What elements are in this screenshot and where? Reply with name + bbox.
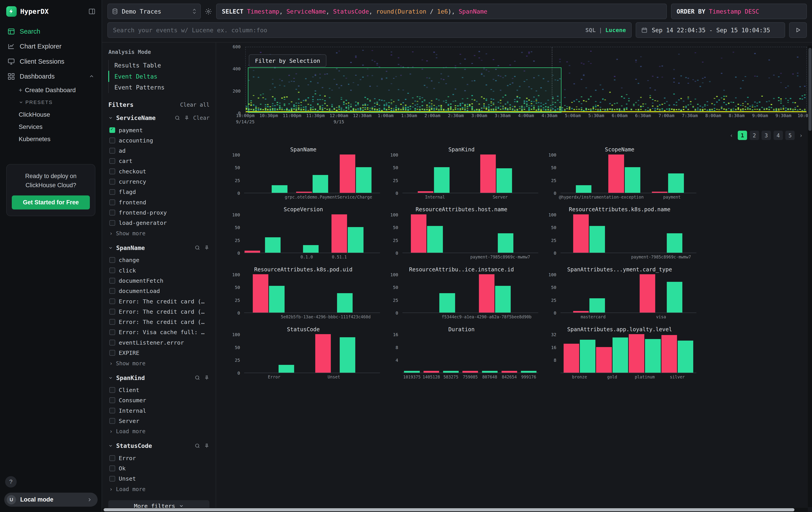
filter-option-frontend-proxy[interactable]: frontend-proxy xyxy=(108,208,209,218)
bar[interactable] xyxy=(348,227,363,253)
order-by-input[interactable]: ORDER BY Timestamp DESC xyxy=(671,4,807,19)
bar-chart-plot[interactable] xyxy=(244,334,380,373)
checkbox[interactable] xyxy=(109,199,115,205)
bar-chart-plot[interactable] xyxy=(560,215,696,253)
bar[interactable] xyxy=(589,298,605,313)
filter-option-accounting[interactable]: accounting xyxy=(108,135,209,145)
checkbox[interactable] xyxy=(109,288,115,294)
search-input[interactable] xyxy=(113,27,581,34)
filter-option-eventlistener-error[interactable]: eventListener.error xyxy=(108,338,209,348)
filter-option-checkout[interactable]: checkout xyxy=(108,166,209,177)
bar[interactable] xyxy=(613,338,628,373)
bar[interactable] xyxy=(312,175,328,193)
checkbox[interactable] xyxy=(109,268,115,273)
checkbox[interactable] xyxy=(109,127,115,133)
sql-query-input[interactable]: SELECT Timestamp, ServiceName, StatusCod… xyxy=(216,4,667,19)
help-button[interactable]: ? xyxy=(5,476,17,487)
checkbox[interactable] xyxy=(109,309,115,315)
filter-search-icon[interactable] xyxy=(175,115,180,121)
checkbox[interactable] xyxy=(109,210,115,215)
bar[interactable] xyxy=(427,226,443,253)
checkbox[interactable] xyxy=(109,138,115,143)
bar[interactable] xyxy=(253,274,268,313)
bar-chart-plot[interactable] xyxy=(402,215,538,253)
bar[interactable] xyxy=(482,371,497,372)
bar[interactable] xyxy=(424,371,439,372)
chevron-down-icon[interactable] xyxy=(108,443,113,448)
filter-option-consumer[interactable]: Consumer xyxy=(108,395,209,405)
checkbox[interactable] xyxy=(109,465,115,471)
bar[interactable] xyxy=(576,185,591,193)
checkbox[interactable] xyxy=(109,179,115,185)
chevron-down-icon[interactable] xyxy=(108,376,113,380)
bar[interactable] xyxy=(629,334,644,373)
bar[interactable] xyxy=(443,371,459,372)
bar[interactable] xyxy=(272,185,287,193)
analysis-mode-event-patterns[interactable]: Event Patterns xyxy=(108,82,209,93)
bar[interactable] xyxy=(411,214,427,253)
checkbox[interactable] xyxy=(109,220,115,226)
filter-option-error[interactable]: Error xyxy=(108,453,209,463)
collapse-sidebar-icon[interactable] xyxy=(88,8,96,15)
bar[interactable] xyxy=(269,286,285,313)
checkbox[interactable] xyxy=(109,278,115,284)
filter-option-currency[interactable]: currency xyxy=(108,177,209,187)
filter-pin-icon[interactable] xyxy=(204,375,210,381)
filter-option-error-the-credit-card-[interactable]: Error: The credit card (… xyxy=(108,317,209,327)
filter-load-more[interactable]: › Load more xyxy=(108,484,209,492)
checkbox[interactable] xyxy=(109,148,115,154)
filter-option-flagd[interactable]: flagd xyxy=(108,187,209,197)
filter-option-frontend[interactable]: frontend xyxy=(108,197,209,208)
sidebar-item-chart-explorer[interactable]: Chart Explorer xyxy=(0,39,102,54)
bar[interactable] xyxy=(625,167,640,193)
filter-option-ok[interactable]: Ok xyxy=(108,463,209,474)
filter-show-more[interactable]: › Show more xyxy=(108,358,209,367)
pagination-prev[interactable]: ‹ xyxy=(728,131,735,140)
pagination-page-3[interactable]: 3 xyxy=(761,131,771,140)
filter-option-change[interactable]: change xyxy=(108,255,209,265)
filter-search-icon[interactable] xyxy=(195,443,200,449)
filter-option-error-visa-cache-full-[interactable]: Error: Visa cache full: … xyxy=(108,327,209,337)
checkbox[interactable] xyxy=(109,455,115,461)
filter-clear-button[interactable]: Clear xyxy=(193,115,210,121)
heatmap-selection[interactable] xyxy=(248,68,561,113)
bar-chart-plot[interactable] xyxy=(402,155,538,193)
bar[interactable] xyxy=(501,371,517,372)
heatmap-plot[interactable]: Filter by Selection xyxy=(245,47,807,113)
filter-option-client[interactable]: Client xyxy=(108,385,209,395)
pagination-page-2[interactable]: 2 xyxy=(750,131,759,140)
bar[interactable] xyxy=(589,226,605,253)
chevron-down-icon[interactable] xyxy=(108,246,113,250)
filter-search-icon[interactable] xyxy=(195,245,200,251)
bar[interactable] xyxy=(667,282,683,313)
run-query-button[interactable] xyxy=(789,22,807,38)
bar[interactable] xyxy=(521,371,536,372)
checkbox[interactable] xyxy=(109,397,115,403)
vertical-scrollbar-thumb[interactable] xyxy=(808,48,812,131)
bar[interactable] xyxy=(462,371,478,372)
filter-option-documentfetch[interactable]: documentFetch xyxy=(108,276,209,286)
vertical-scrollbar[interactable] xyxy=(808,46,812,507)
filter-option-cart[interactable]: cart xyxy=(108,156,209,166)
bar-chart-plot[interactable] xyxy=(560,334,696,373)
bar[interactable] xyxy=(296,192,312,193)
analysis-mode-results-table[interactable]: Results Table xyxy=(108,60,209,71)
filter-show-more[interactable]: › Show more xyxy=(108,228,209,237)
sidebar-item-client-sessions[interactable]: Client Sessions xyxy=(0,54,102,69)
filter-option-unset[interactable]: Unset xyxy=(108,474,209,484)
bar[interactable] xyxy=(315,334,331,373)
checkbox[interactable] xyxy=(109,189,115,195)
checkbox[interactable] xyxy=(109,340,115,346)
filter-load-more[interactable]: › Load more xyxy=(108,426,209,434)
pagination-page-4[interactable]: 4 xyxy=(774,131,783,140)
bar[interactable] xyxy=(340,155,355,193)
search-box[interactable]: SQL | Lucene xyxy=(107,22,632,38)
sidebar-item-search[interactable]: Search xyxy=(0,24,102,39)
bar[interactable] xyxy=(479,274,494,313)
filter-option-expire[interactable]: EXPIRE xyxy=(108,348,209,358)
create-dashboard-button[interactable]: +Create Dashboard xyxy=(14,84,102,97)
filter-option-server[interactable]: Server xyxy=(108,416,209,426)
bar[interactable] xyxy=(439,293,455,313)
bar[interactable] xyxy=(337,293,352,313)
presets-toggle[interactable]: PRESETS xyxy=(14,97,102,108)
